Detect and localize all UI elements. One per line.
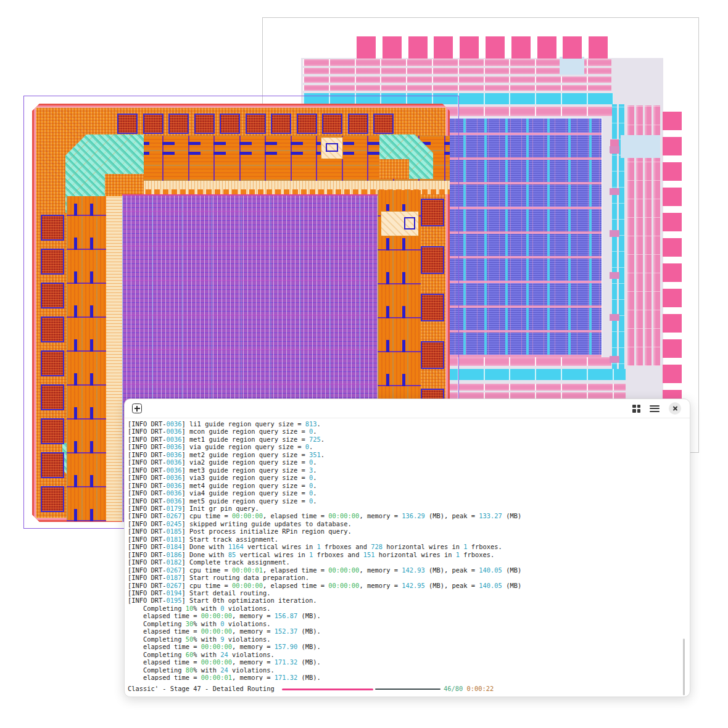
log-line: [INFO DRT-0185] Post process initialize … <box>128 527 680 535</box>
back-io-pad <box>663 112 682 130</box>
log-window: [INFO DRT-0036] li1 guide region query s… <box>124 399 690 697</box>
wedge-carve <box>379 159 409 179</box>
connector-tab <box>610 146 619 153</box>
log-line: [INFO DRT-0036] met3 guide region query … <box>128 466 680 474</box>
log-line: [INFO DRT-0036] met4 guide region query … <box>128 482 680 489</box>
back-io-pad <box>408 36 428 59</box>
log-output[interactable]: [INFO DRT-0036] li1 guide region query s… <box>128 420 680 680</box>
connector-tab <box>610 188 619 195</box>
back-metal-bar <box>303 85 611 91</box>
log-line: [INFO DRT-0036] via4 guide region query … <box>128 489 680 497</box>
back-io-pad <box>563 36 582 59</box>
front-io-pad <box>421 246 444 274</box>
front-io-pad <box>246 114 266 134</box>
back-io-pad <box>663 162 682 181</box>
progress-remaining <box>375 689 441 690</box>
front-io-pad <box>117 114 138 134</box>
front-special-cell <box>381 211 419 236</box>
progress-fraction: 46/80 <box>444 685 463 692</box>
progress-done <box>282 689 373 690</box>
back-io-pad <box>511 36 531 59</box>
log-line: [INFO DRT-0036] via2 guide region query … <box>128 458 680 466</box>
log-line: elapsed time = 00:00:00, memory = 157.90… <box>128 643 680 650</box>
front-io-pad <box>297 114 317 134</box>
back-io-pad <box>486 36 505 59</box>
log-line: [INFO DRT-0036] via3 guide region query … <box>128 474 680 481</box>
back-io-pad <box>589 36 608 59</box>
log-line: [INFO DRT-0036] mcon guide region query … <box>128 428 680 435</box>
front-io-pad <box>41 249 64 275</box>
front-io-pad <box>41 316 64 342</box>
log-line: Completing 10% with 0 violations. <box>128 605 680 612</box>
front-io-pad <box>373 114 394 134</box>
log-line: Completing 50% with 9 violations. <box>128 635 680 643</box>
back-io-pad <box>663 314 682 333</box>
close-icon[interactable] <box>669 402 681 415</box>
back-io-pad <box>663 365 682 383</box>
log-line: [INFO DRT-0036] met5 guide region query … <box>128 497 680 505</box>
log-line: elapsed time = 00:00:00, memory = 171.32… <box>128 658 680 666</box>
log-line: elapsed time = 00:00:00, memory = 152.37… <box>128 627 680 635</box>
back-io-pad <box>383 36 402 59</box>
log-line: [INFO DRT-0194] Start detail routing. <box>128 589 680 597</box>
back-io-pad <box>663 339 682 358</box>
grid-view-icon[interactable] <box>632 405 640 413</box>
front-io-pad <box>194 114 215 134</box>
log-line: Completing 80% with 24 violations. <box>128 666 680 674</box>
log-line: [INFO DRT-0036] li1 guide region query s… <box>128 420 680 428</box>
front-io-pad <box>41 452 64 478</box>
scrollbar-thumb[interactable] <box>683 639 685 695</box>
status-bar: Classic' - Stage 47 - Detailed Routing 4… <box>128 684 680 694</box>
back-io-pad <box>434 36 453 59</box>
progress-bar <box>282 688 441 690</box>
back-io-pad <box>663 289 682 307</box>
special-cell-marker <box>326 143 338 152</box>
status-label: Classic' - Stage 47 - Detailed Routing <box>128 685 275 692</box>
log-line: [INFO DRT-0267] cpu time = 00:00:01, ela… <box>128 566 680 574</box>
log-line: elapsed time = 00:00:00, memory = 156.87… <box>128 612 680 619</box>
special-cell-marker <box>404 217 415 230</box>
log-line: [INFO DRT-0267] cpu time = 00:00:00, ela… <box>128 512 680 519</box>
front-io-dashes <box>74 196 77 521</box>
back-lightblue-patch <box>560 57 584 75</box>
back-io-pad <box>663 188 682 206</box>
log-line: [INFO DRT-0186] Done with 85 vertical wi… <box>128 551 680 558</box>
connector-tab <box>610 272 619 279</box>
front-io-dashes <box>90 196 93 521</box>
back-io-pad <box>663 263 682 282</box>
front-io-pad <box>421 341 444 369</box>
front-io-pad <box>348 114 368 134</box>
front-io-pad <box>41 384 64 410</box>
back-metal-bar <box>303 77 611 83</box>
log-line: [INFO DRT-0181] Start track assignment. <box>128 536 680 543</box>
back-io-pad <box>663 238 682 257</box>
front-io-pad <box>41 418 64 444</box>
expand-icon[interactable] <box>132 403 142 413</box>
log-line: [INFO DRT-0179] Init gr pin query. <box>128 505 680 512</box>
front-io-pad <box>41 486 64 512</box>
log-line: [INFO DRT-0245] skipped writing guide up… <box>128 520 680 527</box>
back-io-pad <box>460 36 479 59</box>
front-io-pad <box>168 114 189 134</box>
front-io-pad <box>421 199 444 226</box>
connector-tab <box>610 230 619 237</box>
log-line: [INFO DRT-0184] Done with 1164 vertical … <box>128 543 680 550</box>
front-io-pad <box>41 350 64 376</box>
menu-icon[interactable] <box>650 405 660 412</box>
front-left-io-band <box>67 196 106 521</box>
log-window-header <box>125 399 690 418</box>
log-line: [INFO DRT-0036] via guide region query s… <box>128 443 680 450</box>
connector-tab <box>610 314 619 321</box>
log-line: [INFO DRT-0182] Complete track assignmen… <box>128 558 680 566</box>
back-io-pad <box>663 137 682 155</box>
log-line: [INFO DRT-0195] Start 0th optimization i… <box>128 597 680 604</box>
front-io-pad <box>143 114 163 134</box>
front-io-pad <box>271 114 291 134</box>
front-io-pad <box>421 294 444 321</box>
front-special-cell <box>321 137 343 159</box>
log-line: elapsed time = 00:00:01, memory = 171.32… <box>128 674 680 680</box>
log-line: [INFO DRT-0036] met1 guide region query … <box>128 436 680 443</box>
front-io-pad <box>41 283 64 308</box>
log-line: [INFO DRT-0267] cpu time = 00:00:00, ela… <box>128 582 680 589</box>
front-io-pad <box>220 114 240 134</box>
